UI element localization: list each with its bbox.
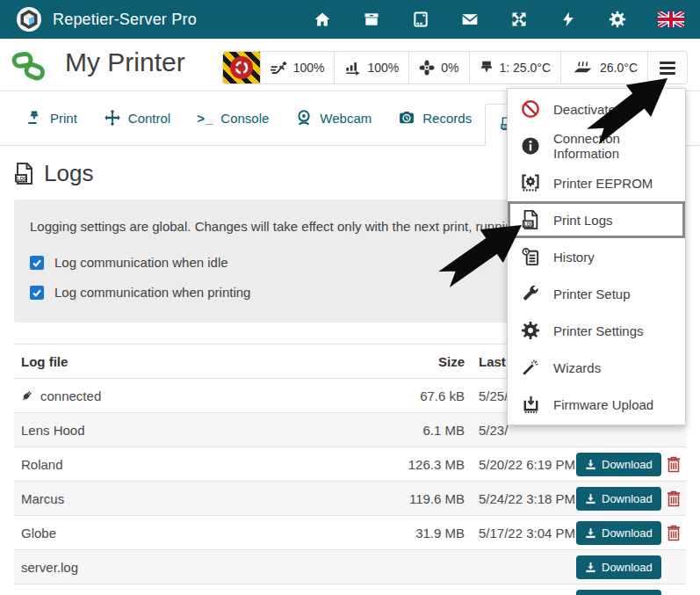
menu-item-connection-information[interactable]: Connection Information [508,127,685,164]
download-button[interactable]: Download [576,555,661,579]
speed-multiplier[interactable]: 100% [260,52,335,83]
menu-item-printer-settings[interactable]: Printer Settings [508,312,685,349]
gear-icon[interactable] [609,11,626,28]
menu-item-firmware-upload[interactable]: Firmware Upload [508,386,685,423]
flow-value: 100% [367,61,399,75]
printer-menu-button[interactable] [647,52,687,83]
table-row: Roland 126.3 MB 5/20/22 6:19 PM Download [14,446,686,481]
delete-icon[interactable] [667,525,681,541]
brand[interactable]: Repetier-Server Pro [16,6,197,33]
home-icon[interactable] [314,11,331,28]
menu-item-wizards[interactable]: Wizards [508,349,685,386]
webcam-icon [295,109,313,127]
download-button[interactable]: Download [576,590,661,595]
page-title: Logs [44,160,93,187]
control-icon [104,109,121,127]
mail-icon[interactable] [461,11,479,28]
table-row: server.log Download [14,549,686,584]
expand-icon[interactable] [510,11,528,28]
printer-dropdown-menu: Deactivate Connection Information Printe… [507,88,686,425]
menu-item-print-logs[interactable]: LOG Print Logs [508,201,685,238]
ban-icon [520,98,541,120]
svg-text:LOG: LOG [524,222,534,227]
log-idle-checkbox[interactable] [30,256,44,270]
extruder-temp[interactable]: 1: 25.0°C [469,52,561,83]
table-row: Marcus 119.6 MB 5/24/22 3:18 PM Download [14,481,686,515]
table-row: syslog Download [14,584,686,595]
bolt-icon[interactable] [559,11,577,28]
console-icon: >_ [197,111,213,126]
print-icon [25,109,43,127]
printer-statusbar: 100% 100% 0% [222,51,688,84]
wrench-icon [520,283,541,304]
col-size: Size [389,354,468,369]
logs-heading-icon: LOG [14,162,35,185]
link-icon [11,49,47,83]
app-logo [16,6,42,33]
menu-item-history[interactable]: History [508,238,685,275]
extruder-icon [480,60,494,76]
menu-item-deactivate[interactable]: Deactivate [508,91,685,127]
extruder-value: 1: 25.0°C [500,61,552,75]
log-printing-label: Log communication when printing [54,285,250,300]
heated-bed-icon [571,60,594,76]
log-idle-label: Log communication when idle [54,255,228,270]
printer-title: My Printer [65,47,185,77]
printer-header: My Printer 100% [0,39,700,91]
tab-console[interactable]: >_ Console [184,91,282,145]
emergency-stop-button[interactable] [223,52,260,83]
eeprom-icon [520,172,541,193]
col-logfile: Log file [14,354,389,369]
tab-print[interactable]: Print [12,91,90,145]
download-button[interactable]: Download [576,521,661,545]
plug-icon [21,389,33,402]
gear-icon [520,320,541,341]
firmware-upload-icon [520,394,541,415]
tab-records[interactable]: Records [385,91,485,145]
delete-icon[interactable] [667,490,681,507]
flow-multiplier[interactable]: 100% [334,52,408,83]
menu-item-printer-setup[interactable]: Printer Setup [508,275,685,312]
bed-temp[interactable]: 26.0°C [560,52,647,83]
svg-text:LOG: LOG [17,176,27,181]
flow-icon [344,60,361,76]
records-icon [398,109,415,127]
table-row: Globe 31.9 MB 5/17/22 3:04 PM Download [14,515,686,549]
app-title: Repetier-Server Pro [53,11,197,29]
models-icon[interactable] [412,11,429,28]
fan-value: 0% [441,61,458,75]
top-navbar: Repetier-Server Pro [0,0,700,39]
fan-status[interactable]: 0% [408,52,468,83]
emergency-stop-icon [230,56,253,79]
wand-icon [520,357,541,378]
log-printing-checkbox[interactable] [30,286,44,300]
tab-control[interactable]: Control [90,91,184,145]
log-file-icon: LOG [520,209,541,230]
delete-icon[interactable] [667,456,681,473]
speed-value: 100% [293,61,325,75]
archive-icon[interactable] [363,11,380,28]
history-icon [520,246,541,267]
bed-value: 26.0°C [600,61,638,75]
flag-gb-icon[interactable] [658,11,684,27]
menu-item-printer-eeprom[interactable]: Printer EEPROM [508,164,685,201]
speed-icon [271,60,287,76]
fan-icon [419,60,435,76]
download-button[interactable]: Download [576,453,661,476]
tab-webcam[interactable]: Webcam [282,91,385,145]
download-button[interactable]: Download [576,487,661,511]
info-icon [520,135,541,156]
